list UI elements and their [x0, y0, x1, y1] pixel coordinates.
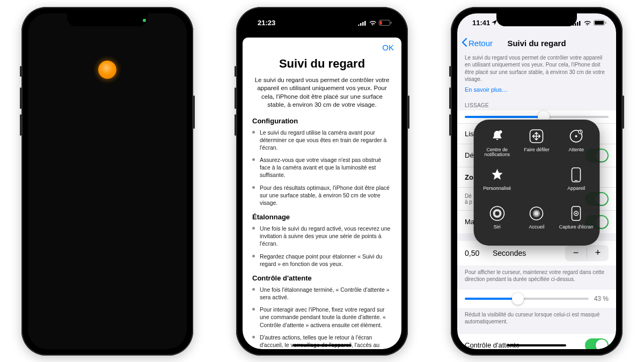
device-icon	[567, 166, 586, 184]
assistive-notifications-button[interactable]: Centre de notifications	[478, 126, 517, 164]
svg-point-29	[575, 213, 577, 215]
svg-rect-10	[579, 21, 581, 26]
row-label: Lis	[465, 130, 474, 138]
opacity-value: 43 %	[594, 295, 609, 302]
list-item: Pour interagir avec l'iPhone, fixez votr…	[252, 306, 392, 329]
sheet-intro: Le suivi du regard vous permet de contrô…	[252, 76, 392, 109]
hint-text: Réduit la visibilité du curseur lorsque …	[457, 308, 616, 326]
dwell-icon	[567, 127, 586, 145]
list-item: Assurez-vous que votre visage n'est pas …	[252, 156, 392, 179]
calibration-screen	[28, 13, 187, 349]
svg-rect-19	[572, 168, 581, 182]
list-item: Regardez chaque point pour étalonner « S…	[252, 253, 392, 268]
gaze-calibration-dot[interactable]	[98, 61, 116, 79]
dwell-control-row[interactable]: Contrôle d'attente	[457, 334, 616, 349]
back-button[interactable]: Retour	[462, 38, 493, 49]
info-sheet: OK Suivi du regard Le suivi du regard vo…	[243, 38, 401, 349]
svg-rect-1	[360, 23, 362, 26]
svg-rect-12	[595, 21, 604, 25]
stepper-plus-button[interactable]: +	[587, 245, 609, 261]
ok-button[interactable]: OK	[382, 43, 394, 52]
svg-point-17	[575, 135, 577, 137]
assistive-siri-button[interactable]: Siri	[478, 203, 517, 241]
svg-rect-5	[380, 21, 382, 25]
assistive-touch-menu: Centre de notifications Faire défiler At…	[474, 120, 600, 246]
dwell-duration-unit: Secondes	[493, 249, 565, 257]
svg-point-14	[499, 130, 502, 134]
home-circle-icon	[528, 204, 546, 223]
phone-settings: 11:41 Re	[451, 7, 623, 356]
assistive-device-button[interactable]: Appareil	[557, 165, 596, 202]
page-title: Suivi du regard	[507, 39, 566, 48]
battery-full-icon	[594, 20, 606, 26]
list-item: Une fois le suivi du regard activé, vous…	[252, 225, 392, 248]
hint-text: Pour afficher le curseur, maintenez votr…	[457, 265, 616, 283]
smoothing-slider[interactable]	[465, 116, 609, 118]
phone-info-sheet: 21:23 OK Suivi du regard Le suivi du reg…	[236, 7, 408, 356]
assistive-home-button[interactable]: Accueil	[517, 203, 556, 241]
svg-rect-8	[575, 23, 576, 26]
screenshot-icon	[567, 204, 586, 223]
assistive-custom-button[interactable]: Personnalisé	[478, 165, 517, 202]
home-indicator[interactable]	[292, 344, 352, 346]
svg-rect-3	[364, 21, 366, 26]
wifi-icon	[583, 20, 591, 26]
bell-icon	[488, 127, 506, 145]
svg-point-26	[535, 211, 539, 216]
list-item: D'autres actions, telles que le retour à…	[252, 334, 392, 349]
svg-rect-6	[391, 22, 392, 24]
section-heading: Configuration	[252, 117, 392, 125]
scroll-icon	[528, 127, 546, 145]
wifi-icon	[369, 20, 377, 26]
svg-rect-20	[575, 180, 578, 181]
section-header-smoothing: LISSAGE	[457, 97, 616, 110]
assistive-empty	[517, 165, 556, 202]
phone-calibration	[21, 7, 193, 356]
dwell-duration-value: 0,50	[465, 249, 493, 257]
list-item: Pour des résultats optimaux, l'iPhone do…	[252, 184, 392, 207]
svg-rect-13	[605, 22, 606, 24]
dwell-control-toggle[interactable]	[585, 338, 609, 349]
home-indicator[interactable]	[507, 344, 566, 346]
opacity-slider[interactable]	[465, 298, 589, 300]
stepper: − +	[565, 245, 609, 261]
status-time: 11:41	[472, 19, 490, 27]
svg-rect-2	[362, 22, 364, 26]
chevron-left-icon	[462, 38, 467, 49]
section-heading: Étalonnage	[252, 213, 392, 221]
page-description: Le suivi du regard vous permet de contrô…	[457, 54, 616, 83]
battery-low-icon	[379, 20, 392, 26]
svg-point-23	[495, 211, 499, 216]
section-heading: Contrôle d'attente	[252, 274, 392, 282]
list-item: Le suivi du regard utilise la caméra ava…	[252, 129, 392, 152]
navigation-bar: Retour Suivi du regard	[457, 33, 616, 54]
assistive-scroll-button[interactable]: Faire défiler	[517, 126, 556, 164]
list-item: Une fois l'étalonnage terminé, « Contrôl…	[252, 286, 392, 301]
status-time: 21:23	[258, 19, 275, 27]
siri-icon	[488, 204, 506, 223]
stepper-minus-button[interactable]: −	[565, 245, 587, 261]
star-icon	[488, 166, 506, 184]
sheet-title: Suivi du regard	[252, 57, 392, 71]
assistive-dwell-button[interactable]: Attente	[557, 126, 596, 164]
assistive-screenshot-button[interactable]: Capture d'écran	[557, 203, 596, 241]
learn-more-link[interactable]: En savoir plus…	[457, 83, 616, 97]
svg-rect-9	[577, 22, 579, 26]
camera-indicator-icon	[143, 19, 146, 22]
